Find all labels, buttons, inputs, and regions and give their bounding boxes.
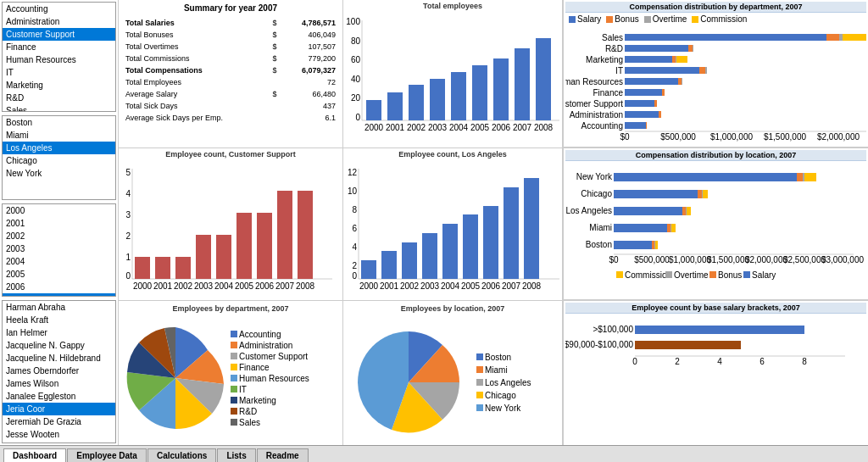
year-2002[interactable]: 2002	[3, 230, 115, 242]
emp-by-dept-title: Employees by department, 2007	[120, 303, 341, 314]
summary-prefix-compensations: $	[270, 65, 281, 75]
legend-loc-ny-label: New York	[485, 404, 520, 413]
svg-rect-15	[515, 48, 530, 120]
dept-rd[interactable]: R&D	[3, 92, 115, 104]
svg-text:0: 0	[632, 357, 637, 366]
emp-jacqueline2[interactable]: Jacqueline N. Hildebrand	[3, 352, 115, 365]
year-2005[interactable]: 2005	[3, 268, 115, 281]
year-2006[interactable]: 2006	[3, 281, 115, 293]
salary-brackets-title: Employee count by base salary brackets, …	[565, 303, 866, 314]
legend-loc-miami: Miami	[476, 365, 531, 375]
svg-rect-59	[646, 122, 647, 129]
svg-rect-138	[671, 224, 676, 232]
emp-james-w[interactable]: James Wilson	[3, 377, 115, 390]
legend-loc-boston: Boston	[476, 353, 531, 362]
year-2004[interactable]: 2004	[3, 255, 115, 268]
emp-heela[interactable]: Heela Kraft	[3, 314, 115, 326]
emp-jeremiah[interactable]: Jeremiah De Grazia	[3, 415, 115, 428]
tab-dashboard[interactable]: Dashboard	[3, 448, 66, 462]
dept-sales[interactable]: Sales	[3, 104, 115, 112]
it-color	[231, 386, 237, 392]
emp-ian[interactable]: Ian Helmer	[3, 326, 115, 339]
year-2000[interactable]: 2000	[3, 204, 115, 217]
summary-row-compensations: Total Compensations $ 6,079,327	[124, 65, 337, 75]
dept-administration[interactable]: Administration	[3, 15, 115, 28]
tab-lists[interactable]: Lists	[217, 448, 255, 462]
emp-loc-pie-svg	[345, 314, 476, 445]
tab-readme[interactable]: Readme	[257, 448, 309, 462]
emp-jesse[interactable]: Jesse Wooten	[3, 428, 115, 441]
svg-rect-137	[670, 224, 671, 232]
loc-los-angeles[interactable]: Los Angeles	[3, 142, 115, 154]
svg-rect-79	[236, 213, 252, 279]
legend-commission: Commission	[692, 14, 747, 24]
summary-row-commissions: Total Commissions $ 779,200	[124, 53, 337, 64]
svg-rect-52	[625, 100, 654, 107]
svg-text:Bonus: Bonus	[718, 270, 742, 280]
department-list[interactable]: Accounting Administration Customer Suppo…	[2, 2, 116, 112]
loc-miami[interactable]: Miami	[3, 129, 115, 142]
svg-rect-33	[688, 45, 693, 52]
year-2003[interactable]: 2003	[3, 242, 115, 255]
svg-rect-58	[625, 122, 646, 129]
summary-row-bonuses: Total Bonuses $ 406,049	[124, 30, 337, 40]
year-list[interactable]: 2000 2001 2002 2003 2004 2005 2006 2007 …	[2, 203, 116, 297]
summary-label-salaries: Total Salaries	[124, 18, 269, 28]
summary-value-overtimes: 107,507	[283, 42, 337, 52]
svg-rect-120	[614, 173, 797, 181]
svg-text:Chicago: Chicago	[581, 189, 612, 198]
employee-list[interactable]: Harman Abraha Heela Kraft Ian Helmer Jac…	[2, 300, 116, 443]
location-list[interactable]: Boston Miami Los Angeles Chicago New Yor…	[2, 115, 116, 200]
tab-employee-data[interactable]: Employee Data	[67, 448, 147, 462]
svg-text:2003: 2003	[194, 281, 214, 291]
svg-rect-13	[472, 65, 487, 120]
legend-dept-custsupp: Customer Support	[231, 352, 309, 361]
svg-rect-75	[155, 257, 170, 279]
svg-text:12: 12	[348, 168, 358, 177]
legend-dept-marketing: Marketing	[231, 396, 309, 405]
loc-new-york[interactable]: New York	[3, 167, 115, 180]
dept-finance[interactable]: Finance	[3, 41, 115, 53]
emp-jessica[interactable]: Jessica Rodriguez	[3, 441, 115, 443]
dept-marketing[interactable]: Marketing	[3, 79, 115, 92]
svg-rect-37	[672, 56, 676, 63]
svg-text:8: 8	[802, 357, 807, 366]
loc-boston[interactable]: Boston	[3, 116, 115, 129]
emp-james-o[interactable]: James Oberndorfer	[3, 365, 115, 377]
emp-janalee[interactable]: Janalee Eggleston	[3, 390, 115, 403]
dept-human-resources[interactable]: Human Resources	[3, 53, 115, 66]
legend-loc-chicago: Chicago	[476, 391, 531, 400]
emp-jacqueline1[interactable]: Jacqueline N. Gappy	[3, 339, 115, 352]
emp-jeria[interactable]: Jeria Coor	[3, 403, 115, 415]
svg-rect-34	[693, 45, 693, 52]
svg-text:2008: 2008	[534, 123, 554, 132]
emp-harman[interactable]: Harman Abraha	[3, 301, 115, 314]
loc-chicago[interactable]: Chicago	[3, 154, 115, 167]
summary-row-sick-days: Total Sick Days 437	[124, 101, 337, 111]
emp-loc-legend: Boston Miami Los Angeles Chicago New Yor…	[476, 353, 531, 413]
right-charts-top: Compensation distribution by department,…	[563, 0, 868, 148]
svg-rect-43	[705, 67, 707, 74]
summary-row-salaries: Total Salaries $ 4,786,571	[124, 18, 337, 28]
legend-dept-hr-label: Human Resources	[239, 374, 309, 383]
rd-color	[231, 408, 237, 415]
tab-bar: Dashboard Employee Data Calculations Lis…	[0, 445, 868, 462]
svg-text:R&D: R&D	[605, 44, 623, 53]
svg-text:3: 3	[125, 210, 131, 220]
ny-color	[476, 404, 483, 411]
tab-calculations[interactable]: Calculations	[147, 448, 216, 462]
dept-accounting[interactable]: Accounting	[3, 3, 115, 15]
svg-text:40: 40	[351, 75, 361, 84]
boston-color	[476, 353, 483, 360]
summary-label-bonuses: Total Bonuses	[124, 30, 269, 40]
dept-it[interactable]: IT	[3, 66, 115, 79]
year-2001[interactable]: 2001	[3, 217, 115, 230]
svg-text:2000: 2000	[133, 281, 153, 291]
main-container: Accounting Administration Customer Suppo…	[0, 0, 868, 462]
legend-loc-chicago-label: Chicago	[485, 391, 516, 400]
year-2007[interactable]: 2007	[3, 293, 115, 297]
dept-customer-support[interactable]: Customer Support	[3, 28, 115, 41]
summary-label-commissions: Total Commissions	[124, 53, 269, 64]
summary-label-avg-sick: Average Sick Days per Emp.	[124, 113, 269, 123]
svg-text:2002: 2002	[400, 281, 420, 291]
